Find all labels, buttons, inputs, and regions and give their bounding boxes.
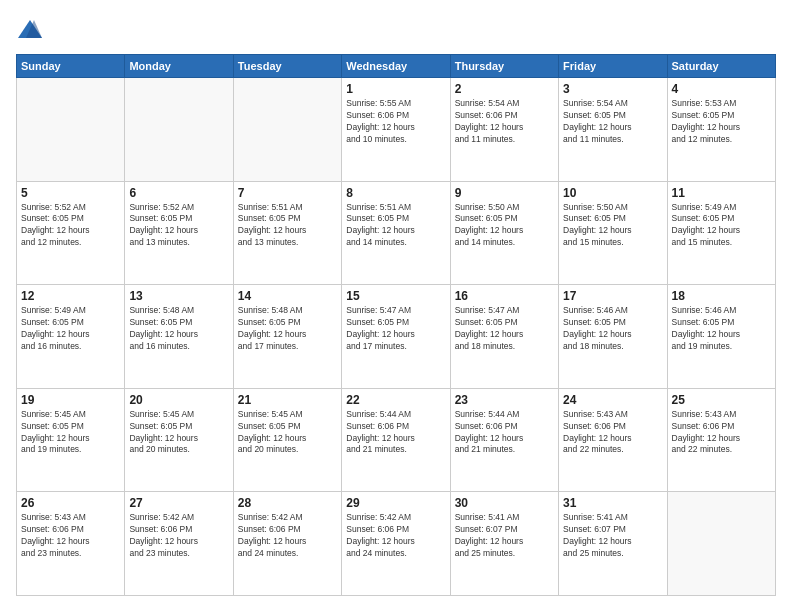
day-cell-10: 10Sunrise: 5:50 AM Sunset: 6:05 PM Dayli… <box>559 181 667 285</box>
day-info: Sunrise: 5:50 AM Sunset: 6:05 PM Dayligh… <box>563 202 662 250</box>
day-info: Sunrise: 5:45 AM Sunset: 6:05 PM Dayligh… <box>129 409 228 457</box>
day-number: 24 <box>563 393 662 407</box>
day-info: Sunrise: 5:47 AM Sunset: 6:05 PM Dayligh… <box>455 305 554 353</box>
day-cell-18: 18Sunrise: 5:46 AM Sunset: 6:05 PM Dayli… <box>667 285 775 389</box>
weekday-header-wednesday: Wednesday <box>342 55 450 78</box>
day-cell-17: 17Sunrise: 5:46 AM Sunset: 6:05 PM Dayli… <box>559 285 667 389</box>
day-info: Sunrise: 5:55 AM Sunset: 6:06 PM Dayligh… <box>346 98 445 146</box>
empty-cell <box>233 78 341 182</box>
day-cell-7: 7Sunrise: 5:51 AM Sunset: 6:05 PM Daylig… <box>233 181 341 285</box>
week-row-4: 19Sunrise: 5:45 AM Sunset: 6:05 PM Dayli… <box>17 388 776 492</box>
day-cell-22: 22Sunrise: 5:44 AM Sunset: 6:06 PM Dayli… <box>342 388 450 492</box>
day-cell-19: 19Sunrise: 5:45 AM Sunset: 6:05 PM Dayli… <box>17 388 125 492</box>
day-cell-6: 6Sunrise: 5:52 AM Sunset: 6:05 PM Daylig… <box>125 181 233 285</box>
weekday-header-sunday: Sunday <box>17 55 125 78</box>
day-cell-5: 5Sunrise: 5:52 AM Sunset: 6:05 PM Daylig… <box>17 181 125 285</box>
logo-icon <box>16 16 44 44</box>
day-cell-23: 23Sunrise: 5:44 AM Sunset: 6:06 PM Dayli… <box>450 388 558 492</box>
day-info: Sunrise: 5:49 AM Sunset: 6:05 PM Dayligh… <box>672 202 771 250</box>
day-info: Sunrise: 5:44 AM Sunset: 6:06 PM Dayligh… <box>346 409 445 457</box>
day-cell-12: 12Sunrise: 5:49 AM Sunset: 6:05 PM Dayli… <box>17 285 125 389</box>
day-number: 14 <box>238 289 337 303</box>
day-number: 1 <box>346 82 445 96</box>
day-info: Sunrise: 5:43 AM Sunset: 6:06 PM Dayligh… <box>672 409 771 457</box>
day-number: 7 <box>238 186 337 200</box>
day-cell-2: 2Sunrise: 5:54 AM Sunset: 6:06 PM Daylig… <box>450 78 558 182</box>
day-cell-14: 14Sunrise: 5:48 AM Sunset: 6:05 PM Dayli… <box>233 285 341 389</box>
day-info: Sunrise: 5:46 AM Sunset: 6:05 PM Dayligh… <box>672 305 771 353</box>
day-info: Sunrise: 5:48 AM Sunset: 6:05 PM Dayligh… <box>238 305 337 353</box>
day-cell-25: 25Sunrise: 5:43 AM Sunset: 6:06 PM Dayli… <box>667 388 775 492</box>
day-info: Sunrise: 5:50 AM Sunset: 6:05 PM Dayligh… <box>455 202 554 250</box>
week-row-5: 26Sunrise: 5:43 AM Sunset: 6:06 PM Dayli… <box>17 492 776 596</box>
day-info: Sunrise: 5:41 AM Sunset: 6:07 PM Dayligh… <box>563 512 662 560</box>
day-cell-31: 31Sunrise: 5:41 AM Sunset: 6:07 PM Dayli… <box>559 492 667 596</box>
week-row-3: 12Sunrise: 5:49 AM Sunset: 6:05 PM Dayli… <box>17 285 776 389</box>
day-cell-13: 13Sunrise: 5:48 AM Sunset: 6:05 PM Dayli… <box>125 285 233 389</box>
weekday-header-row: SundayMondayTuesdayWednesdayThursdayFrid… <box>17 55 776 78</box>
empty-cell <box>667 492 775 596</box>
day-info: Sunrise: 5:51 AM Sunset: 6:05 PM Dayligh… <box>346 202 445 250</box>
calendar-table: SundayMondayTuesdayWednesdayThursdayFrid… <box>16 54 776 596</box>
day-info: Sunrise: 5:45 AM Sunset: 6:05 PM Dayligh… <box>238 409 337 457</box>
empty-cell <box>17 78 125 182</box>
day-number: 12 <box>21 289 120 303</box>
empty-cell <box>125 78 233 182</box>
week-row-2: 5Sunrise: 5:52 AM Sunset: 6:05 PM Daylig… <box>17 181 776 285</box>
day-cell-3: 3Sunrise: 5:54 AM Sunset: 6:05 PM Daylig… <box>559 78 667 182</box>
day-number: 15 <box>346 289 445 303</box>
page: SundayMondayTuesdayWednesdayThursdayFrid… <box>0 0 792 612</box>
day-cell-11: 11Sunrise: 5:49 AM Sunset: 6:05 PM Dayli… <box>667 181 775 285</box>
weekday-header-friday: Friday <box>559 55 667 78</box>
day-info: Sunrise: 5:49 AM Sunset: 6:05 PM Dayligh… <box>21 305 120 353</box>
day-number: 27 <box>129 496 228 510</box>
day-info: Sunrise: 5:44 AM Sunset: 6:06 PM Dayligh… <box>455 409 554 457</box>
day-info: Sunrise: 5:42 AM Sunset: 6:06 PM Dayligh… <box>238 512 337 560</box>
day-info: Sunrise: 5:41 AM Sunset: 6:07 PM Dayligh… <box>455 512 554 560</box>
day-cell-28: 28Sunrise: 5:42 AM Sunset: 6:06 PM Dayli… <box>233 492 341 596</box>
day-cell-4: 4Sunrise: 5:53 AM Sunset: 6:05 PM Daylig… <box>667 78 775 182</box>
day-cell-26: 26Sunrise: 5:43 AM Sunset: 6:06 PM Dayli… <box>17 492 125 596</box>
day-number: 4 <box>672 82 771 96</box>
day-info: Sunrise: 5:52 AM Sunset: 6:05 PM Dayligh… <box>129 202 228 250</box>
weekday-header-thursday: Thursday <box>450 55 558 78</box>
day-number: 19 <box>21 393 120 407</box>
day-cell-15: 15Sunrise: 5:47 AM Sunset: 6:05 PM Dayli… <box>342 285 450 389</box>
day-number: 9 <box>455 186 554 200</box>
day-cell-24: 24Sunrise: 5:43 AM Sunset: 6:06 PM Dayli… <box>559 388 667 492</box>
day-info: Sunrise: 5:47 AM Sunset: 6:05 PM Dayligh… <box>346 305 445 353</box>
day-info: Sunrise: 5:45 AM Sunset: 6:05 PM Dayligh… <box>21 409 120 457</box>
day-number: 8 <box>346 186 445 200</box>
day-cell-30: 30Sunrise: 5:41 AM Sunset: 6:07 PM Dayli… <box>450 492 558 596</box>
day-number: 11 <box>672 186 771 200</box>
day-number: 13 <box>129 289 228 303</box>
day-info: Sunrise: 5:54 AM Sunset: 6:06 PM Dayligh… <box>455 98 554 146</box>
day-cell-8: 8Sunrise: 5:51 AM Sunset: 6:05 PM Daylig… <box>342 181 450 285</box>
day-info: Sunrise: 5:43 AM Sunset: 6:06 PM Dayligh… <box>563 409 662 457</box>
day-info: Sunrise: 5:48 AM Sunset: 6:05 PM Dayligh… <box>129 305 228 353</box>
day-cell-29: 29Sunrise: 5:42 AM Sunset: 6:06 PM Dayli… <box>342 492 450 596</box>
day-cell-20: 20Sunrise: 5:45 AM Sunset: 6:05 PM Dayli… <box>125 388 233 492</box>
day-number: 3 <box>563 82 662 96</box>
header <box>16 16 776 44</box>
weekday-header-monday: Monday <box>125 55 233 78</box>
day-number: 22 <box>346 393 445 407</box>
day-number: 5 <box>21 186 120 200</box>
day-info: Sunrise: 5:42 AM Sunset: 6:06 PM Dayligh… <box>129 512 228 560</box>
day-cell-21: 21Sunrise: 5:45 AM Sunset: 6:05 PM Dayli… <box>233 388 341 492</box>
day-cell-9: 9Sunrise: 5:50 AM Sunset: 6:05 PM Daylig… <box>450 181 558 285</box>
day-info: Sunrise: 5:51 AM Sunset: 6:05 PM Dayligh… <box>238 202 337 250</box>
weekday-header-saturday: Saturday <box>667 55 775 78</box>
logo <box>16 16 48 44</box>
day-info: Sunrise: 5:52 AM Sunset: 6:05 PM Dayligh… <box>21 202 120 250</box>
day-cell-16: 16Sunrise: 5:47 AM Sunset: 6:05 PM Dayli… <box>450 285 558 389</box>
day-cell-27: 27Sunrise: 5:42 AM Sunset: 6:06 PM Dayli… <box>125 492 233 596</box>
day-number: 31 <box>563 496 662 510</box>
day-number: 18 <box>672 289 771 303</box>
day-info: Sunrise: 5:43 AM Sunset: 6:06 PM Dayligh… <box>21 512 120 560</box>
weekday-header-tuesday: Tuesday <box>233 55 341 78</box>
week-row-1: 1Sunrise: 5:55 AM Sunset: 6:06 PM Daylig… <box>17 78 776 182</box>
day-number: 16 <box>455 289 554 303</box>
day-number: 28 <box>238 496 337 510</box>
day-info: Sunrise: 5:54 AM Sunset: 6:05 PM Dayligh… <box>563 98 662 146</box>
